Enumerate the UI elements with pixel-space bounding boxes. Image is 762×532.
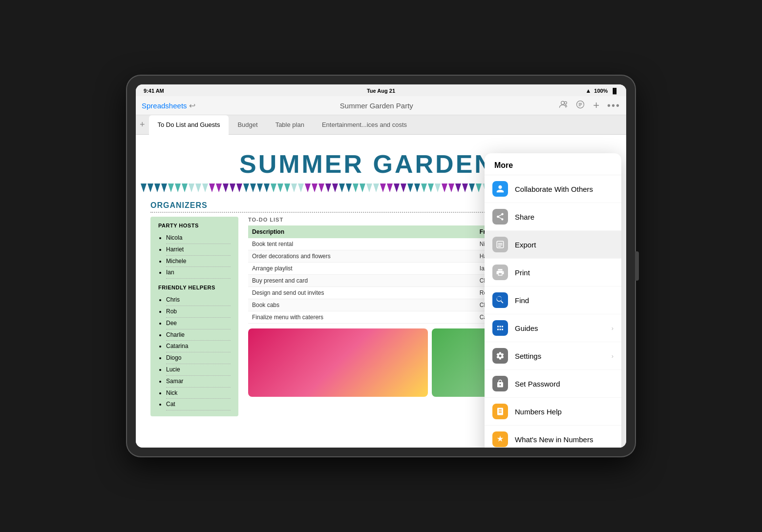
tab-entertainment[interactable]: Entertainment...ices and costs	[313, 115, 416, 135]
password-label: Set Password	[515, 380, 614, 388]
settings-label: Settings	[515, 352, 605, 360]
svg-rect-71	[498, 246, 501, 247]
format-icon[interactable]	[575, 100, 585, 112]
settings-menu-icon	[492, 348, 508, 364]
battery-level: 100%	[594, 88, 608, 94]
menu-item-whats-new[interactable]: What's New in Numbers	[485, 426, 621, 448]
menu-item-collaborate[interactable]: Collaborate With Others	[485, 175, 621, 203]
status-bar: 9:41 AM Tue Aug 21 ▲ 100% ▐▌	[136, 84, 626, 96]
help-menu-icon	[492, 404, 508, 419]
tab-budget[interactable]: Budget	[229, 115, 266, 135]
add-icon[interactable]: +	[593, 99, 599, 112]
toolbar-icons: + •••	[558, 99, 620, 112]
svg-point-1	[564, 102, 567, 104]
tab-table-plan[interactable]: Table plan	[267, 115, 313, 135]
svg-rect-69	[498, 243, 503, 244]
menu-item-share[interactable]: Share	[485, 203, 621, 231]
svg-point-0	[561, 101, 565, 104]
settings-chevron-icon: ›	[612, 352, 614, 360]
back-navigation[interactable]: Spreadsheets ↩	[142, 101, 195, 110]
status-date: Tue Aug 21	[367, 88, 395, 94]
dropdown-title: More	[485, 153, 621, 175]
guides-label: Guides	[515, 324, 605, 332]
export-label: Export	[515, 241, 614, 249]
share-label: Share	[515, 213, 614, 221]
print-label: Print	[515, 268, 614, 277]
menu-item-numbers-help[interactable]: Numbers Help	[485, 398, 621, 426]
toolbar: Spreadsheets ↩ Summer Garden Party	[136, 96, 626, 115]
guides-menu-icon	[492, 320, 508, 336]
undo-icon[interactable]: ↩	[189, 101, 195, 110]
menu-item-settings[interactable]: Settings ›	[485, 342, 621, 370]
collaborate-label: Collaborate With Others	[515, 185, 614, 193]
status-right: ▲ 100% ▐▌	[585, 87, 618, 94]
whats-new-label: What's New in Numbers	[515, 435, 614, 444]
menu-item-print[interactable]: Print	[485, 259, 621, 286]
document-title: Summer Garden Party	[199, 102, 554, 110]
dropdown-menu: More Collaborate With Others	[485, 153, 621, 448]
menu-item-guides[interactable]: Guides ›	[485, 314, 621, 342]
share-menu-icon	[492, 209, 508, 225]
ipad-screen: 9:41 AM Tue Aug 21 ▲ 100% ▐▌ Spreadsheet…	[136, 84, 626, 448]
tabs-bar: + To Do List and Guests Budget Table pla…	[136, 115, 626, 135]
menu-item-export[interactable]: Export	[485, 231, 621, 259]
print-menu-icon	[492, 265, 508, 280]
add-tab-button[interactable]: +	[140, 120, 145, 130]
menu-item-set-password[interactable]: Set Password	[485, 370, 621, 398]
find-label: Find	[515, 296, 614, 305]
back-label[interactable]: Spreadsheets	[142, 102, 187, 110]
ipad-frame: 9:41 AM Tue Aug 21 ▲ 100% ▐▌ Spreadsheet…	[127, 76, 635, 456]
tab-todo-list[interactable]: To Do List and Guests	[149, 115, 229, 135]
dropdown-overlay[interactable]: More Collaborate With Others	[136, 135, 626, 448]
export-menu-icon	[492, 237, 508, 252]
password-menu-icon	[492, 376, 508, 391]
status-time: 9:41 AM	[144, 88, 164, 94]
wifi-icon: ▲	[585, 87, 591, 94]
collaborate-icon[interactable]	[558, 100, 568, 112]
home-button[interactable]	[635, 251, 639, 281]
battery-icon: ▐▌	[611, 88, 618, 94]
whats-new-menu-icon	[492, 431, 508, 447]
svg-rect-70	[498, 245, 503, 246]
collaborate-menu-icon	[492, 181, 508, 197]
menu-item-find[interactable]: Find	[485, 286, 621, 314]
find-menu-icon	[492, 292, 508, 308]
main-content: SUMMER GARDEN P	[136, 135, 626, 448]
guides-chevron-icon: ›	[612, 325, 614, 332]
more-icon[interactable]: •••	[607, 100, 620, 111]
help-label: Numbers Help	[515, 408, 614, 416]
